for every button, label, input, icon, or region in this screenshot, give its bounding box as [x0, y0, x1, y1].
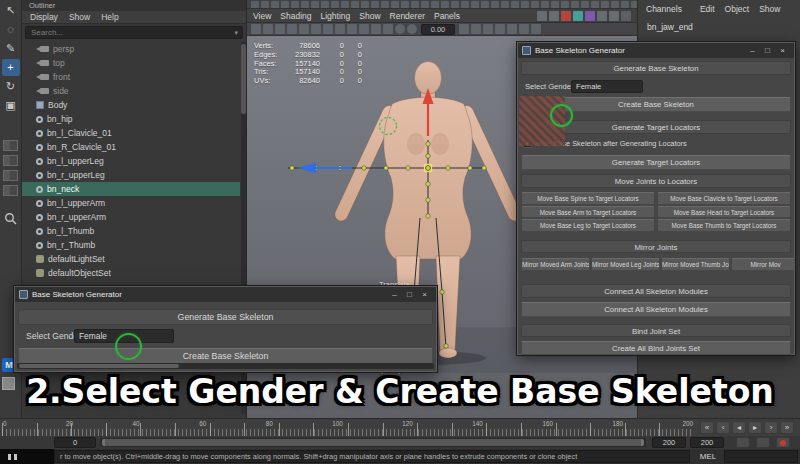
status-line-icon[interactable]: [371, 1, 379, 9]
rotate-tool-icon[interactable]: ↻: [2, 78, 20, 95]
status-line-icon[interactable]: [401, 1, 409, 9]
viewport-toolbar-icon[interactable]: [263, 24, 273, 34]
rewind-icon[interactable]: «: [700, 421, 714, 434]
viewport-menu-view[interactable]: View: [253, 11, 271, 21]
section-generate-base-skeleton[interactable]: Generate Base Skeleton: [18, 309, 433, 325]
menubar-icon[interactable]: [573, 11, 583, 21]
paint-select-tool-icon[interactable]: ✎: [2, 40, 20, 57]
viewport-toolbar-icon[interactable]: [299, 24, 309, 34]
outliner-item[interactable]: bn_hip: [22, 112, 240, 126]
status-line-icon[interactable]: [481, 1, 489, 9]
scale-tool-icon[interactable]: ▣: [2, 97, 20, 114]
status-line-icon[interactable]: [291, 1, 299, 9]
move-tool-icon[interactable]: +: [2, 59, 20, 76]
window-titlebar[interactable]: Base Skeleton Generator – □ ×: [15, 287, 436, 302]
viewport-menu-panels[interactable]: Panels: [434, 11, 460, 21]
status-line-icon[interactable]: [351, 1, 359, 9]
gender-dropdown[interactable]: Female: [571, 80, 643, 93]
viewport-toolbar-icon[interactable]: [359, 24, 369, 34]
minimize-button[interactable]: –: [745, 43, 760, 58]
status-line-icon[interactable]: [341, 1, 349, 9]
viewport-toolbar-icon[interactable]: [507, 24, 517, 34]
mirror-button[interactable]: Mirror Moved Leg Joints: [591, 258, 660, 271]
viewport-toolbar-icon[interactable]: [347, 24, 357, 34]
play-back-icon[interactable]: ◂: [732, 421, 746, 434]
outliner-pane-layout-icon[interactable]: [3, 185, 18, 196]
select-tool-icon[interactable]: ↖: [2, 2, 20, 19]
move-button[interactable]: Move Base Clavicle to Target Locators: [657, 192, 791, 205]
menubar-icon[interactable]: [537, 11, 547, 21]
outliner-item[interactable]: top: [22, 56, 240, 70]
section-connect-modules[interactable]: Connect All Skeleton Modules: [521, 284, 791, 298]
viewport-toolbar-icon[interactable]: [483, 24, 493, 34]
step-forward-icon[interactable]: ›: [764, 421, 778, 434]
status-line-icon[interactable]: [501, 1, 509, 9]
step-back-icon[interactable]: ‹: [716, 421, 730, 434]
outliner-item[interactable]: bn_l_Thumb: [22, 224, 240, 238]
outliner-item[interactable]: defaultLightSet: [22, 252, 240, 266]
status-line-icon[interactable]: [511, 1, 519, 9]
viewport-toolbar-icon[interactable]: [275, 24, 285, 34]
status-line-icon[interactable]: [621, 1, 629, 9]
section-move-joints[interactable]: Move Joints to Locators: [521, 174, 791, 188]
viewport-menu-shading[interactable]: Shading: [280, 11, 311, 21]
viewport-toolbar-icon[interactable]: [287, 24, 297, 34]
menubar-icon[interactable]: [561, 11, 571, 21]
single-pane-layout-icon[interactable]: [3, 140, 18, 151]
status-line-icon[interactable]: [281, 1, 289, 9]
status-line-icon[interactable]: [531, 1, 539, 9]
viewport-toolbar-icon[interactable]: [459, 24, 469, 34]
translate-manipulator-x-axis[interactable]: [298, 163, 352, 174]
status-line-icon[interactable]: [331, 1, 339, 9]
move-button[interactable]: Move Base Leg to Target Locators: [521, 219, 655, 232]
outliner-item[interactable]: bn_R_Clavicle_01: [22, 140, 240, 154]
status-line-icon[interactable]: [251, 1, 259, 9]
status-line-icon[interactable]: [591, 1, 599, 9]
range-slider-handle[interactable]: [102, 439, 644, 446]
menubar-icon[interactable]: [597, 11, 607, 21]
menubar-icon[interactable]: [585, 11, 595, 21]
status-line-icon[interactable]: [571, 1, 579, 9]
connect-all-skeleton-modules-button[interactable]: Connect All Skeleton Modules: [521, 302, 791, 317]
status-line-icon[interactable]: [301, 1, 309, 9]
viewport-menu-show[interactable]: Show: [359, 11, 380, 21]
mirror-button[interactable]: Mirror Moved Arm Joints: [521, 258, 590, 271]
magnifier-icon[interactable]: [4, 212, 17, 225]
outliner-item[interactable]: defaultObjectSet: [22, 266, 240, 280]
time-slider[interactable]: 020406080100120140160180200 «‹◂▸›»: [0, 418, 800, 436]
outliner-item[interactable]: front: [22, 70, 240, 84]
move-button[interactable]: Move Base Arm to Target Locators: [521, 206, 655, 219]
horizontal-scrollbar[interactable]: [17, 363, 434, 369]
character-set-button[interactable]: [736, 437, 750, 448]
channelbox-menu-edit[interactable]: Edit: [700, 4, 715, 14]
outliner-item[interactable]: bn_l_Clavicle_01: [22, 126, 240, 140]
status-line-icon[interactable]: [521, 1, 529, 9]
status-line-icon[interactable]: [431, 1, 439, 9]
command-input[interactable]: [724, 450, 798, 463]
status-line-icon[interactable]: [471, 1, 479, 9]
chevron-down-icon[interactable]: ▾: [234, 29, 238, 37]
outliner-item[interactable]: bn_r_Thumb: [22, 238, 240, 252]
section-generate-base-skeleton[interactable]: Generate Base Skeleton: [521, 61, 791, 75]
outliner-item[interactable]: bn_neck: [22, 182, 240, 196]
outliner-item[interactable]: persp: [22, 42, 240, 56]
animation-end-field[interactable]: 200: [690, 437, 724, 448]
move-button[interactable]: Move Base Spine to Target Locators: [521, 192, 655, 205]
status-line-icon[interactable]: [561, 1, 569, 9]
lasso-tool-icon[interactable]: ◌: [2, 21, 20, 38]
mirror-button[interactable]: Mirror Mov: [731, 258, 794, 271]
create-base-skeleton-button[interactable]: Create Base Skeleton: [18, 348, 433, 364]
snap-icon[interactable]: [395, 24, 405, 34]
split-pane-layout-icon[interactable]: [3, 170, 18, 181]
status-line-icon[interactable]: [261, 1, 269, 9]
maximize-button[interactable]: □: [760, 43, 775, 58]
channelbox-menu-object[interactable]: Object: [725, 4, 750, 14]
viewport-menu-renderer[interactable]: Renderer: [390, 11, 425, 21]
search-input[interactable]: Search... ▾: [25, 26, 243, 39]
viewport-menu-lighting[interactable]: Lighting: [320, 11, 350, 21]
status-line-icon[interactable]: [601, 1, 609, 9]
status-line-icon[interactable]: [391, 1, 399, 9]
exposure-field[interactable]: 0.00: [421, 24, 455, 35]
status-line-icon[interactable]: [321, 1, 329, 9]
viewport-toolbar-icon[interactable]: [471, 24, 481, 34]
